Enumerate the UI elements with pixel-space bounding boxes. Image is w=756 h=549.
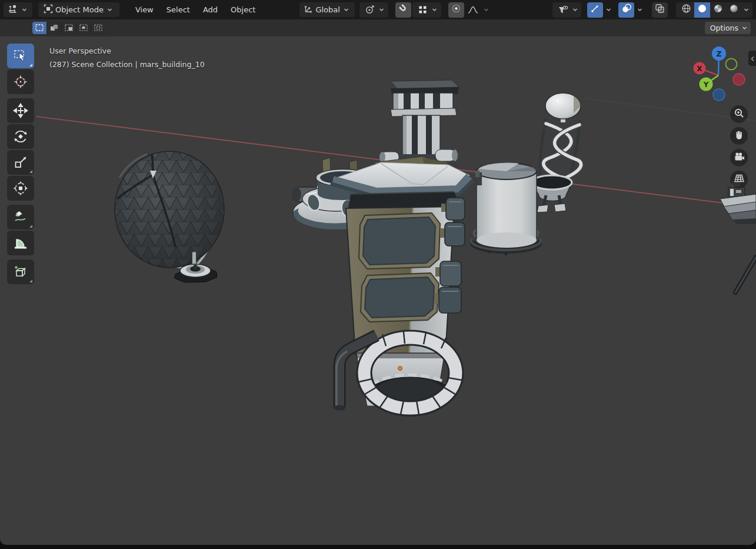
chevron-down-icon <box>106 2 114 18</box>
zoom-button[interactable] <box>730 105 748 123</box>
header-right-controls <box>552 2 752 18</box>
snap-target-icon <box>415 2 431 18</box>
shading-solid-button[interactable] <box>694 2 710 18</box>
pan-button[interactable] <box>730 127 748 145</box>
camera-icon <box>734 151 745 164</box>
select-mode-set[interactable] <box>32 22 46 34</box>
chevron-down-icon[interactable] <box>742 2 750 18</box>
camera-view-button[interactable] <box>730 149 748 167</box>
rendered-shading-icon <box>729 4 739 16</box>
viewport-overlay-text: User Perspective (287) Scene Collection … <box>49 44 205 71</box>
select-set-icon <box>35 22 44 34</box>
object-helix-tower[interactable] <box>532 93 581 212</box>
viewport-gizmos-toggle[interactable] <box>587 2 603 18</box>
3d-viewport[interactable]: User Perspective (287) Scene Collection … <box>0 36 756 545</box>
solid-shading-icon <box>697 4 707 16</box>
show-object-types-icon <box>555 2 571 18</box>
gizmo-y-label: Y <box>703 81 709 89</box>
gizmo-z-label: Z <box>716 49 721 58</box>
viewport-nav-buttons <box>730 105 748 192</box>
blender-window: Object Mode View Select Add Object Globa… <box>0 0 756 549</box>
wireframe-shading-icon <box>681 4 691 16</box>
select-mode-invert[interactable] <box>76 22 91 34</box>
gizmo-axis-neg-x[interactable] <box>733 74 745 85</box>
editor-type-dropdown[interactable] <box>4 2 32 17</box>
select-intersect-icon <box>94 22 102 34</box>
status-strip <box>0 545 756 549</box>
options-label: Options <box>710 24 738 32</box>
toggle-xray-button[interactable] <box>652 2 668 18</box>
viewport-overlays-toggle[interactable] <box>618 2 634 18</box>
toggle-ortho-button[interactable] <box>730 171 748 188</box>
falloff-curve-icon[interactable] <box>465 2 481 18</box>
show-object-types-dropdown[interactable] <box>552 2 581 18</box>
chevron-down-icon[interactable] <box>482 2 491 18</box>
select-mode-intersect[interactable] <box>91 22 105 34</box>
tool-select-box[interactable] <box>7 44 34 68</box>
chevron-left-icon <box>750 53 755 64</box>
pivot-point-icon <box>362 2 378 18</box>
tool-rotate[interactable] <box>7 124 34 149</box>
hand-icon <box>734 129 744 142</box>
select-subtract-icon <box>65 22 73 34</box>
gizmo-axis-neg-y[interactable] <box>726 59 737 70</box>
gizmo-axis-x[interactable]: X <box>694 62 706 75</box>
orientation-label: Global <box>315 5 339 14</box>
tool-transform[interactable] <box>7 176 34 201</box>
tool-measure[interactable] <box>7 231 34 255</box>
select-invert-icon <box>79 22 88 34</box>
proportional-editing-toggle[interactable] <box>448 2 464 18</box>
gizmo-x-label: X <box>697 65 702 73</box>
tool-add-cube[interactable] <box>7 259 34 284</box>
object-edge-rod[interactable] <box>735 257 756 292</box>
proportional-editing-icon <box>451 4 461 16</box>
snapping-controls <box>395 2 441 18</box>
shading-material-button[interactable] <box>710 2 726 18</box>
object-cylinder-tank[interactable] <box>470 162 542 255</box>
menu-object[interactable]: Object <box>224 2 262 17</box>
3d-scene[interactable] <box>0 36 756 545</box>
menu-select[interactable]: Select <box>160 2 197 17</box>
pivot-point-dropdown[interactable] <box>359 2 388 18</box>
menu-add[interactable]: Add <box>197 2 224 17</box>
snap-target-dropdown[interactable] <box>412 2 441 18</box>
object-origin-dot <box>398 367 402 371</box>
menu-view[interactable]: View <box>129 2 160 17</box>
mode-label: Object Mode <box>55 5 104 14</box>
shading-wireframe-button[interactable] <box>678 2 694 18</box>
select-mode-group <box>32 22 105 34</box>
chevron-down-icon[interactable] <box>635 2 644 18</box>
tool-settings-bar: Options <box>0 19 756 36</box>
chevron-down-icon <box>378 2 386 18</box>
toggle-xray-icon <box>655 4 665 16</box>
navigation-gizmo[interactable]: Z X Y <box>689 45 748 104</box>
viewport-header: Object Mode View Select Add Object Globa… <box>0 0 756 19</box>
chevron-down-icon <box>20 2 28 18</box>
snap-toggle[interactable] <box>395 2 411 18</box>
sidebar-collapse-tab[interactable] <box>748 51 756 66</box>
tool-cursor[interactable] <box>7 69 34 94</box>
mode-dropdown[interactable]: Object Mode <box>38 2 119 17</box>
tool-annotate[interactable] <box>7 205 34 229</box>
shading-rendered-button[interactable] <box>726 2 742 18</box>
material-preview-shading-icon <box>713 4 723 16</box>
tool-scale[interactable] <box>7 150 34 175</box>
gizmo-axis-y[interactable]: Y <box>700 78 713 91</box>
chevron-down-icon <box>431 2 439 18</box>
options-dropdown[interactable]: Options <box>705 22 751 34</box>
select-mode-subtract[interactable] <box>62 22 76 34</box>
view-perspective-label: User Perspective <box>49 44 205 58</box>
chevron-down-icon[interactable] <box>604 2 612 18</box>
object-mars-building-10[interactable] <box>331 80 473 414</box>
transform-orientation-dropdown[interactable]: Global <box>299 2 354 17</box>
object-geodesic-dome-balloon[interactable] <box>115 137 224 282</box>
submenu-indicator <box>29 170 32 173</box>
gizmo-axis-z[interactable]: Z <box>712 46 726 61</box>
gizmo-axis-neg-z[interactable] <box>713 89 725 101</box>
submenu-indicator <box>29 280 32 282</box>
transform-orientation-axes-icon <box>304 5 313 15</box>
orthographic-grid-icon <box>734 173 745 186</box>
viewport-overlays-icon <box>621 4 632 16</box>
tool-move[interactable] <box>7 98 34 123</box>
select-mode-extend[interactable] <box>47 22 61 34</box>
